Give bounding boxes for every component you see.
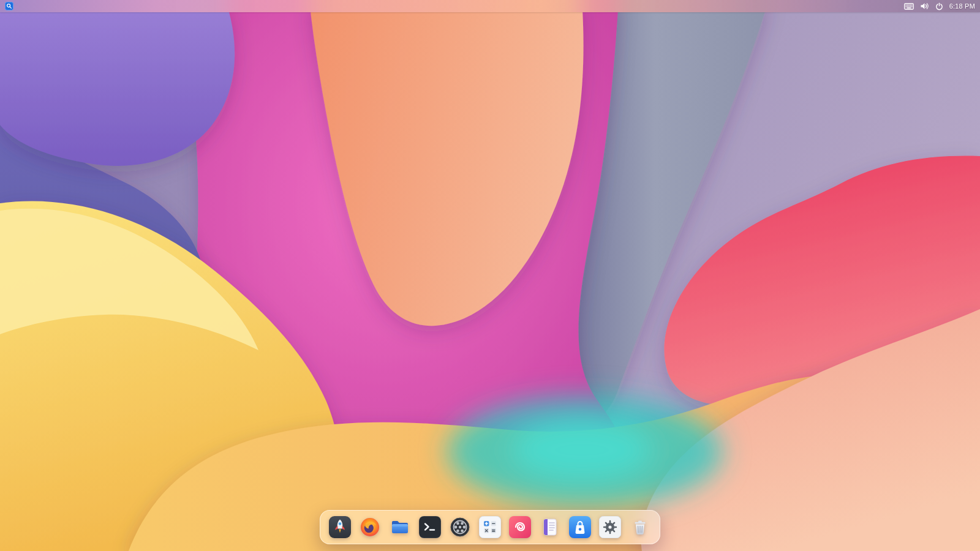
calculator-icon [479, 516, 501, 538]
dock-item-calculator[interactable] [478, 515, 502, 539]
dock-item-documents[interactable] [538, 515, 562, 539]
document-icon [539, 516, 561, 538]
volume-icon[interactable] [920, 0, 929, 12]
dock-item-file-manager[interactable] [388, 515, 412, 539]
dock-item-settings[interactable] [598, 515, 622, 539]
power-icon[interactable] [935, 0, 943, 12]
gear-icon [599, 516, 621, 538]
top-panel: 6:18 PM [0, 0, 980, 12]
shopping-bag-icon [569, 516, 591, 538]
dock-item-music[interactable] [508, 515, 532, 539]
terminal-prompt-icon [419, 516, 441, 538]
desktop: 6:18 PM [0, 0, 980, 551]
folder-icon [389, 516, 411, 538]
clock[interactable]: 6:18 PM [949, 0, 975, 12]
spiral-icon [509, 516, 531, 538]
dock [320, 510, 660, 544]
volume-icon-glyph [920, 2, 929, 10]
launcher-search-icon-glyph [5, 2, 13, 10]
dock-item-launcher[interactable] [328, 515, 352, 539]
launcher-search-icon[interactable] [5, 2, 13, 10]
panel-right: 6:18 PM [904, 0, 975, 12]
dock-item-movie[interactable] [448, 515, 472, 539]
panel-left [5, 0, 13, 12]
power-icon-glyph [935, 2, 943, 10]
dock-item-app-store[interactable] [568, 515, 592, 539]
firefox-icon [359, 516, 381, 538]
film-reel-icon [449, 516, 471, 538]
trash-bin-icon [629, 516, 651, 538]
keyboard-icon[interactable] [904, 0, 914, 12]
dock-item-firefox[interactable] [358, 515, 382, 539]
dock-item-trash[interactable] [628, 515, 652, 539]
dock-item-terminal[interactable] [418, 515, 442, 539]
wallpaper [0, 0, 980, 551]
rocket-icon [329, 516, 351, 538]
keyboard-icon-glyph [904, 3, 914, 10]
